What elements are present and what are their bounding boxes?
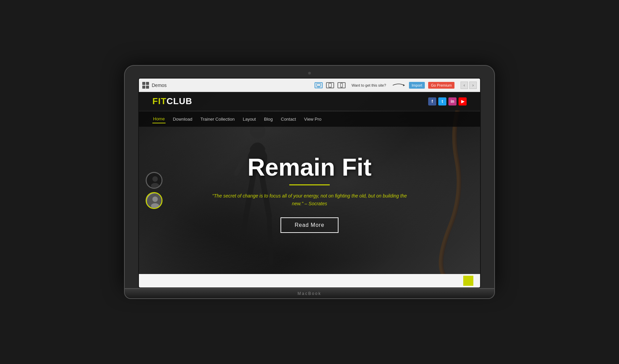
youtube-icon[interactable]: ▶ (459, 97, 467, 105)
site-nav: Home Download Trainer Collection Layout … (139, 112, 480, 127)
twitter-icon[interactable]: t (438, 97, 446, 105)
nav-next-button[interactable]: › (469, 82, 477, 89)
instagram-icon[interactable]: in (448, 97, 456, 105)
nav-item-blog[interactable]: Blog (263, 115, 273, 123)
svg-point-10 (152, 176, 158, 182)
svg-point-14 (151, 203, 159, 209)
thumbnail-2[interactable] (146, 192, 163, 209)
hero-content: Remain Fit "The secret of change is to f… (208, 153, 411, 233)
nav-item-download[interactable]: Download (172, 115, 193, 123)
laptop-frame: Demos Want to get this site? (124, 65, 495, 289)
laptop-base: MacBook (124, 289, 495, 299)
grid-icon[interactable] (142, 82, 149, 89)
browser-nav-arrows: ‹ › (461, 82, 477, 89)
laptop-screen: Demos Want to get this site? (138, 78, 481, 288)
nav-item-home[interactable]: Home (152, 115, 166, 123)
import-button[interactable]: Import (409, 82, 425, 89)
thumbnail-1[interactable] (146, 172, 163, 189)
laptop-camera (308, 72, 311, 74)
svg-point-5 (330, 86, 330, 87)
hero-title: Remain Fit (208, 153, 411, 181)
website-content: FITCLUB f t in ▶ Home Download Trai (139, 92, 480, 287)
browser-toolbar: Demos Want to get this site? (139, 79, 480, 92)
laptop-shell: Demos Want to get this site? (124, 65, 495, 299)
social-icons: f t in ▶ (428, 97, 467, 105)
laptop-label: MacBook (297, 291, 321, 296)
nav-item-trainer-collection[interactable]: Trainer Collection (200, 115, 235, 123)
read-more-button[interactable]: Read More (281, 217, 338, 233)
site-logo: FITCLUB (152, 96, 192, 107)
facebook-icon[interactable]: f (428, 97, 436, 105)
demos-label[interactable]: Demos (152, 83, 167, 88)
svg-rect-0 (317, 84, 321, 86)
tablet-device-icon[interactable] (326, 82, 334, 88)
go-premium-button[interactable]: Go Premium (428, 82, 454, 89)
site-header: FITCLUB f t in ▶ (139, 92, 480, 111)
hero-quote: "The secret of change is to focus all of… (208, 192, 411, 207)
svg-marker-8 (403, 84, 405, 86)
arrow-decoration (392, 82, 406, 89)
device-icons: Want to get this site? Import Go Premium… (315, 82, 477, 89)
logo-club: CLUB (167, 96, 192, 106)
nav-prev-button[interactable]: ‹ (461, 82, 468, 89)
desktop-device-icon[interactable] (315, 82, 323, 88)
logo-fit: FIT (152, 96, 167, 106)
want-text: Want to get this site? (352, 83, 386, 87)
nav-item-view-pro[interactable]: View Pro (303, 115, 322, 123)
nav-item-layout[interactable]: Layout (242, 115, 257, 123)
footer-accent (463, 276, 473, 286)
side-thumbnails (146, 172, 163, 209)
svg-point-13 (152, 196, 158, 202)
hero-divider (289, 184, 330, 185)
mobile-device-icon[interactable] (337, 82, 346, 88)
nav-item-contact[interactable]: Contact (280, 115, 297, 123)
svg-point-7 (341, 86, 342, 87)
svg-point-11 (151, 183, 159, 188)
hero-section: FITCLUB f t in ▶ Home Download Trai (139, 92, 480, 274)
site-footer-bar (139, 274, 480, 287)
